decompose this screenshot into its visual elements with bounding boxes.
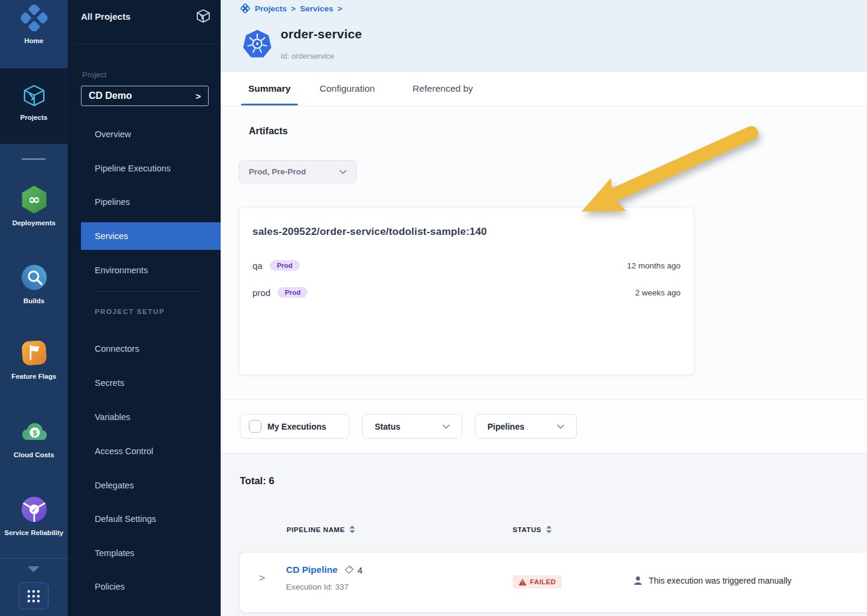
breadcrumb-projects[interactable]: Projects (255, 4, 287, 13)
artifact-env-filter[interactable]: Prod, Pre-Prod (239, 160, 357, 183)
artifact-env-row: prod Prod 2 weeks ago (252, 285, 681, 300)
status-badge-failed: FAILED (513, 575, 562, 588)
tab-summary[interactable]: Summary (248, 72, 291, 105)
all-projects-cube-icon[interactable] (195, 8, 211, 24)
project-label: Project (82, 70, 106, 79)
pipelines-filter-dropdown[interactable]: Pipelines (475, 414, 577, 439)
all-projects-label: All Projects (81, 11, 131, 22)
sidebar-item-default-settings[interactable]: Default Settings (81, 505, 221, 533)
warning-triangle-icon (519, 579, 526, 585)
person-icon (633, 575, 643, 586)
tab-referenced-by[interactable]: Referenced by (413, 72, 473, 105)
sidebar-item-environments[interactable]: Environments (81, 256, 221, 284)
chevron-right-icon: > (195, 91, 201, 101)
rail-item-cloud-costs[interactable]: $ Cloud Costs (0, 418, 68, 461)
kubernetes-service-icon (243, 30, 272, 59)
trigger-info: This execution was triggered manually (633, 575, 791, 586)
rail-item-service-reliability[interactable]: ✓ Service Reliability (0, 496, 68, 539)
svg-text:$: $ (32, 428, 37, 437)
rail-item-label: Feature Flags (10, 372, 58, 382)
breadcrumb-separator: > (291, 4, 296, 13)
rail-item-feature-flags[interactable]: Feature Flags (0, 339, 68, 382)
rail-divider (22, 158, 46, 160)
executions-section: Total: 6 PIPELINE NAME STATUS > CD Pipel… (221, 454, 867, 616)
project-selector[interactable]: CD Demo > (81, 86, 209, 106)
sidebar-item-policies[interactable]: Policies (81, 573, 221, 600)
status-filter-dropdown[interactable]: Status (362, 414, 462, 439)
sidebar-item-access-control[interactable]: Access Control (81, 437, 221, 465)
execution-id: Execution Id: 337 (286, 582, 348, 591)
env-name: qa (252, 261, 263, 271)
artifact-env-row: qa Prod 12 months ago (252, 258, 681, 273)
main-content: Projects > Services > (221, 0, 867, 616)
my-executions-checkbox[interactable] (249, 420, 261, 433)
column-header-pipeline-name[interactable]: PIPELINE NAME (287, 526, 355, 534)
chevron-down-icon (442, 424, 450, 429)
rail-item-builds[interactable]: Builds (0, 264, 68, 307)
cloud-costs-icon: $ (19, 418, 49, 445)
rail-item-projects[interactable]: Projects (0, 68, 68, 144)
total-count: Total: 6 (240, 475, 274, 487)
sidebar-item-connectors[interactable]: Connectors (81, 335, 221, 363)
tab-bar: Summary Configuration Referenced by (221, 72, 867, 106)
chevron-down-icon (339, 170, 347, 174)
column-header-status[interactable]: STATUS (513, 526, 552, 534)
harness-logo-icon (240, 3, 251, 14)
svg-text:✓: ✓ (31, 506, 37, 514)
deployments-icon: ∞ (20, 185, 48, 213)
sort-icon[interactable] (350, 526, 355, 534)
sidebar-item-variables[interactable]: Variables (81, 403, 221, 431)
sort-icon[interactable] (546, 526, 552, 534)
sidebar-item-templates[interactable]: Templates (81, 539, 221, 567)
row-expand-chevron[interactable]: > (259, 572, 265, 584)
execution-filter-bar: My Executions Status Pipelines (221, 400, 867, 454)
rail-item-label: Projects (19, 113, 49, 123)
tag-count: 4 (357, 565, 362, 575)
sidebar-item-overview[interactable]: Overview (81, 120, 221, 148)
tab-configuration[interactable]: Configuration (320, 72, 375, 105)
rail-item-deployments[interactable]: ∞ Deployments (0, 185, 68, 229)
page-title: order-service (281, 27, 362, 41)
svg-text:∞: ∞ (28, 191, 40, 208)
sidebar-item-pipelines[interactable]: Pipelines (81, 188, 221, 216)
pipeline-name-link[interactable]: CD Pipeline (286, 564, 338, 575)
waffle-grid-icon (26, 589, 41, 603)
rail-collapse-chevron-icon[interactable] (27, 566, 40, 573)
execution-row[interactable]: > CD Pipeline 4 Execution Id: 337 (240, 552, 867, 612)
pipelines-filter-label: Pipelines (487, 422, 524, 431)
sidebar-divider (94, 291, 202, 292)
breadcrumb-services[interactable]: Services (300, 4, 333, 13)
builds-icon (20, 264, 48, 291)
env-name: prod (252, 288, 270, 298)
breadcrumb-separator: > (338, 4, 342, 13)
project-selector-value: CD Demo (89, 90, 132, 101)
sidebar-divider (74, 44, 221, 45)
rail-item-label: Home (23, 36, 45, 47)
project-sidebar: All Projects Project CD Demo > Overview … (68, 0, 221, 616)
page-header: Projects > Services > (221, 0, 867, 72)
sidebar-item-file-store[interactable]: File Store (81, 611, 221, 616)
sidebar-item-delegates[interactable]: Delegates (81, 472, 221, 499)
rail-item-home[interactable]: Home (0, 0, 68, 68)
artifacts-section: Artifacts Prod, Pre-Prod sales-209522/or… (221, 106, 867, 400)
deploy-time: 12 months ago (627, 261, 681, 270)
sidebar-header[interactable]: All Projects (81, 8, 211, 24)
chevron-down-icon (557, 424, 564, 429)
breadcrumb: Projects > Services > (240, 3, 342, 14)
sidebar-item-pipeline-executions[interactable]: Pipeline Executions (81, 155, 221, 182)
artifact-env-filter-value: Prod, Pre-Prod (249, 167, 306, 176)
artifact-card: sales-209522/order-service/todolist-samp… (239, 207, 694, 375)
feature-flags-icon (20, 339, 48, 367)
env-type-badge: Prod (278, 287, 308, 298)
pipeline-name-line: CD Pipeline 4 (286, 564, 362, 575)
status-badge-label: FAILED (530, 578, 556, 585)
column-label: PIPELINE NAME (287, 526, 345, 533)
project-setup-label: PROJECT SETUP (95, 308, 165, 315)
rail-item-label: Deployments (11, 218, 56, 229)
artifact-title: sales-209522/order-service/todolist-samp… (252, 226, 487, 238)
my-executions-toggle[interactable]: My Executions (240, 414, 350, 439)
sidebar-item-secrets[interactable]: Secrets (81, 369, 221, 397)
app-grid-button[interactable] (19, 582, 49, 609)
sidebar-item-services[interactable]: Services (81, 222, 221, 250)
trigger-text: This execution was triggered manually (649, 576, 791, 585)
